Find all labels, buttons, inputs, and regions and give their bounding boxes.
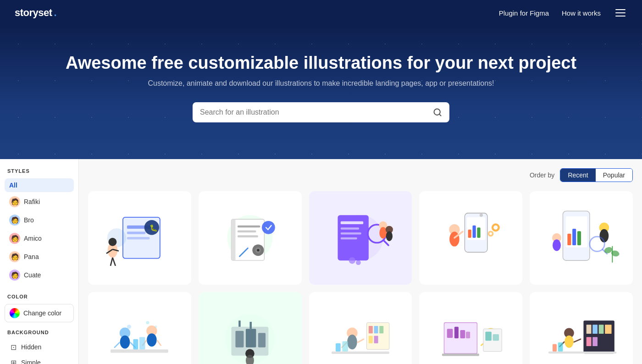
illustration-card-2[interactable]	[199, 191, 302, 285]
svg-rect-31	[341, 237, 357, 239]
hamburger-menu[interactable]	[614, 7, 627, 18]
svg-point-47	[449, 232, 459, 247]
nav-how-it-works[interactable]: How it works	[562, 9, 601, 17]
svg-point-80	[155, 325, 157, 328]
illustration-card-9[interactable]	[419, 292, 522, 364]
style-all-label: All	[9, 182, 17, 189]
svg-line-126	[574, 339, 580, 342]
svg-rect-55	[567, 234, 571, 245]
style-all[interactable]: All	[5, 178, 74, 192]
svg-rect-56	[572, 229, 576, 245]
illustration-card-8[interactable]	[309, 292, 412, 364]
svg-rect-119	[598, 325, 603, 334]
svg-rect-122	[592, 337, 598, 346]
svg-rect-19	[238, 231, 256, 232]
svg-point-79	[146, 321, 149, 324]
sidebar: STYLES All 🧑 Rafiki 🧑 Bro 🧑 Amico 🧑 Pana…	[0, 159, 79, 364]
svg-rect-5	[127, 237, 149, 239]
search-input[interactable]	[200, 108, 433, 116]
svg-point-78	[127, 325, 131, 329]
style-cuate-label: Cuate	[24, 271, 41, 279]
svg-point-73	[147, 333, 157, 347]
illustration-grid: 🐛	[88, 191, 633, 364]
illustration-card-1[interactable]: 🐛	[88, 191, 191, 285]
svg-rect-93	[374, 326, 378, 333]
illustration-card-10[interactable]	[530, 292, 633, 364]
svg-rect-85	[258, 333, 266, 347]
illustration-1: 🐛	[98, 200, 181, 275]
illustration-5	[540, 200, 623, 276]
hamburger-line-2	[615, 12, 625, 13]
svg-rect-76	[133, 339, 138, 349]
svg-rect-4	[127, 232, 145, 234]
svg-point-69	[120, 335, 130, 348]
svg-point-38	[349, 257, 355, 264]
change-color-button[interactable]: Change color	[5, 304, 74, 322]
svg-rect-107	[466, 331, 470, 338]
svg-point-124	[565, 335, 574, 347]
bg-simple[interactable]: ⊞ Simple	[5, 355, 74, 364]
tab-popular[interactable]: Popular	[596, 169, 632, 182]
change-color-label: Change color	[23, 309, 61, 317]
style-rafiki[interactable]: 🧑 Rafiki	[5, 193, 74, 210]
svg-rect-29	[341, 228, 359, 230]
svg-line-11	[111, 258, 112, 266]
svg-rect-94	[379, 326, 383, 333]
color-title: COLOR	[5, 294, 74, 299]
search-bar	[193, 102, 449, 122]
bg-simple-label: Simple	[21, 359, 41, 364]
svg-rect-20	[238, 236, 258, 237]
svg-rect-118	[592, 325, 598, 334]
order-label: Order by	[530, 171, 554, 179]
style-bro[interactable]: 🧑 Bro	[5, 211, 74, 229]
bg-hidden[interactable]: ⊡ Hidden	[5, 340, 74, 354]
illustration-10	[540, 302, 623, 364]
illustration-3	[319, 200, 402, 275]
svg-rect-127	[548, 352, 616, 353]
svg-text:🐛: 🐛	[150, 224, 158, 232]
rafiki-avatar: 🧑	[9, 196, 20, 207]
svg-rect-28	[341, 221, 363, 224]
header: storyset. Plugin for Figma How it works	[0, 0, 642, 26]
hamburger-line-3	[615, 16, 625, 17]
hero-title: Awesome free customizable illustrations …	[9, 53, 633, 73]
logo[interactable]: storyset.	[15, 7, 56, 19]
tab-recent[interactable]: Recent	[560, 169, 595, 182]
svg-point-39	[356, 260, 361, 265]
hero-section: Awesome free customizable illustrations …	[0, 26, 642, 159]
amico-avatar: 🧑	[9, 233, 20, 244]
illustration-card-5[interactable]	[530, 191, 633, 285]
styles-title: STYLES	[5, 168, 74, 174]
svg-rect-108	[442, 353, 479, 356]
style-cuate[interactable]: 🧑 Cuate	[5, 266, 74, 284]
illustration-card-7[interactable]	[199, 292, 302, 364]
svg-point-21	[262, 221, 275, 234]
nav-plugin-figma[interactable]: Plugin for Figma	[499, 9, 549, 17]
svg-rect-57	[577, 232, 581, 246]
svg-line-33	[383, 241, 388, 246]
svg-rect-90	[332, 352, 389, 354]
svg-rect-77	[139, 337, 145, 349]
style-pana-label: Pana	[24, 253, 39, 260]
search-icon	[433, 108, 442, 117]
logo-dot: .	[54, 7, 57, 19]
style-pana[interactable]: 🧑 Pana	[5, 248, 74, 265]
illustration-card-3[interactable]	[309, 191, 412, 285]
style-amico[interactable]: 🧑 Amico	[5, 230, 74, 247]
svg-rect-121	[586, 337, 591, 346]
svg-point-50	[493, 226, 498, 230]
hero-subtitle: Customize, animate and download our illu…	[9, 79, 633, 88]
illustration-4	[430, 200, 512, 275]
search-button[interactable]	[433, 108, 442, 117]
svg-point-98	[347, 335, 357, 349]
illustration-card-4[interactable]	[419, 191, 522, 285]
svg-line-70	[115, 342, 120, 347]
svg-rect-18	[238, 226, 260, 227]
svg-rect-115	[493, 334, 498, 341]
cuate-avatar: 🧑	[9, 270, 20, 281]
hamburger-line-1	[615, 9, 625, 10]
svg-rect-17	[232, 220, 236, 261]
svg-line-1	[439, 114, 441, 116]
illustration-card-6[interactable]	[88, 292, 191, 364]
svg-point-10	[109, 238, 117, 246]
